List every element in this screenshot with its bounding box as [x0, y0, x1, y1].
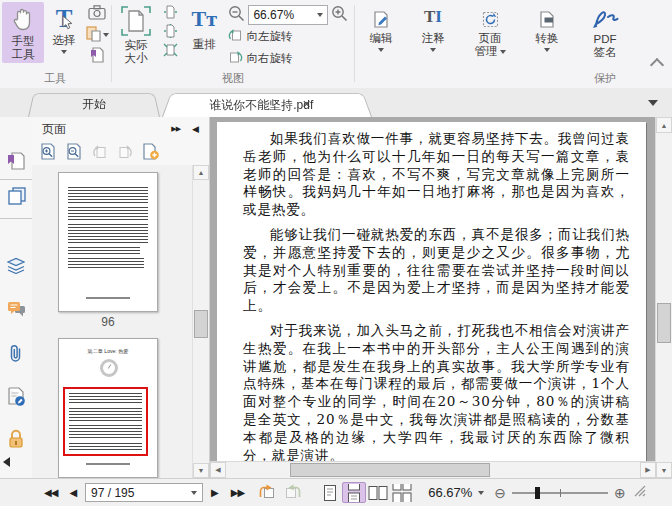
page-management-button[interactable]: 页面 管理 [460, 2, 520, 60]
previous-view-button[interactable] [258, 484, 275, 502]
thumbnail-page-96[interactable] [58, 172, 158, 312]
document-horizontal-scrollbar[interactable]: ◀ ▶ [210, 461, 656, 478]
reflow-button[interactable]: Tт 重排 [182, 2, 226, 53]
continuous-view-button[interactable] [342, 482, 366, 503]
page-management-icon [482, 6, 499, 32]
ribbon-zoom-value: 66.67% [253, 8, 317, 22]
edit-button[interactable]: 编辑 [356, 2, 406, 54]
tab-document[interactable]: 谁说你不能坚持.pdf × [162, 91, 372, 117]
thumbnail-page-97[interactable]: 第二章 Love: 热爱 [58, 338, 158, 478]
rotate-right-icon [228, 50, 243, 67]
vertical-scrollbar-thumb[interactable] [657, 303, 671, 343]
rotate-left-button[interactable]: 向左旋转 [228, 26, 353, 47]
bookmark-page-button[interactable] [84, 46, 110, 66]
attachments-panel-icon[interactable] [0, 343, 32, 364]
page-number-combo[interactable]: 97 / 195 [85, 483, 203, 502]
scroll-down-button[interactable]: ▼ [193, 463, 209, 478]
pdf-page[interactable]: 如果我们喜欢做一件事，就更容易坚持下去。我曾问过袁岳老师，他为什么可以十几年如一… [217, 122, 646, 462]
first-page-button[interactable]: ◀◀ [44, 488, 57, 498]
hand-tool-label: 手型 [11, 35, 34, 48]
view-group-label: 视图 [113, 71, 353, 88]
pages-panel-title: 页面 [42, 121, 66, 138]
next-page-button[interactable]: ▶ [211, 488, 219, 498]
rotate-right-button[interactable]: 向右旋转 [228, 48, 353, 69]
ribbon-separator [354, 5, 355, 82]
pages-panel-icon[interactable] [0, 187, 32, 205]
panel-collapse-icon[interactable]: ◀ [192, 124, 199, 134]
rotate-page-left-icon[interactable] [92, 144, 108, 162]
zoom-caret-icon[interactable] [478, 491, 484, 495]
dropdown-caret-icon [378, 48, 384, 52]
bookmarks-panel-icon[interactable] [0, 152, 32, 170]
comments-panel-icon[interactable] [0, 301, 32, 318]
dropdown-caret-icon [430, 48, 436, 52]
scroll-up-button[interactable]: ▲ [193, 165, 209, 180]
fit-visible-icon [163, 43, 178, 60]
bookmark-page-icon [90, 47, 104, 66]
ribbon-zoom-combo[interactable]: 66.67% [248, 5, 328, 25]
pdf-sign-button[interactable]: PDF 签名 [574, 2, 636, 61]
facing-view-button[interactable] [366, 482, 390, 503]
tab-list-caret-icon[interactable] [648, 100, 658, 106]
ribbon-collapse-icon[interactable] [650, 58, 664, 72]
pages-panel: 页面 ▶▶ ◀ [32, 117, 210, 478]
resize-grip-icon[interactable] [634, 485, 646, 500]
fit-width-icon [163, 5, 178, 22]
navigation-strip [0, 117, 33, 478]
actual-size-button[interactable]: 实际 大小 [113, 2, 159, 67]
continuous-facing-view-button[interactable] [390, 482, 414, 503]
paragraph: 如果我们喜欢做一件事，就更容易坚持下去。我曾问过袁岳老师，他为什么可以十几年如一… [243, 130, 630, 219]
scroll-left-button[interactable]: ◀ [210, 462, 226, 478]
single-page-view-button[interactable] [318, 482, 342, 503]
protect-group-label: 保护 [356, 71, 636, 88]
signatures-panel-icon[interactable] [0, 387, 32, 406]
tab-start[interactable]: 开始 [28, 91, 160, 117]
zoom-in-button[interactable]: ⊕ [614, 486, 626, 500]
current-view-indicator[interactable] [63, 387, 148, 456]
add-page-icon[interactable] [142, 143, 160, 163]
ribbon-group-tools: 手型 工具 T 选择 [0, 0, 110, 88]
fit-width-button[interactable] [162, 4, 180, 22]
close-tab-icon[interactable]: × [303, 96, 311, 112]
pdf-sign-pen-icon [590, 6, 620, 33]
horizontal-scrollbar-thumb[interactable] [290, 463, 490, 477]
scroll-up-button[interactable]: ▲ [656, 117, 672, 133]
dropdown-caret-icon [103, 33, 109, 37]
select-tool-button[interactable]: T 选择 [44, 2, 84, 56]
zoom-slider-thumb[interactable] [535, 487, 540, 499]
zoom-out-magnifier-icon[interactable] [228, 5, 245, 25]
convert-button[interactable]: 转换 [523, 2, 571, 54]
thumbnail-zoom-out-icon[interactable] [66, 143, 83, 163]
scroll-right-button[interactable]: ▶ [640, 462, 656, 478]
previous-page-button[interactable]: ◀ [69, 488, 77, 498]
ribbon-toolbar: 手型 工具 T 选择 [0, 0, 672, 89]
panel-scrollbar[interactable]: ▲ ▼ [192, 165, 209, 478]
layers-panel-icon[interactable] [0, 257, 32, 274]
clock-graphic [100, 359, 118, 377]
last-page-button[interactable]: ▶▶ [231, 488, 244, 498]
actual-size-icon [121, 6, 151, 39]
zoom-slider[interactable] [512, 487, 608, 499]
comment-typewriter-icon: TI [424, 6, 442, 32]
zoom-out-button[interactable]: ⊖ [494, 486, 506, 500]
security-panel-icon[interactable] [0, 429, 32, 449]
thumbnail-zoom-in-icon[interactable] [40, 143, 57, 163]
paragraph: 对于我来说，加入头马之前，打死我也不相信会对演讲产生热爱。在我上一本书中的开头部… [243, 322, 630, 462]
panel-collapse-arrow-icon[interactable] [3, 457, 10, 467]
clipboard-button[interactable] [84, 25, 110, 45]
rotate-page-right-icon[interactable] [117, 144, 133, 162]
hand-tool-button[interactable]: 手型 工具 [2, 2, 44, 63]
fit-visible-button[interactable] [162, 42, 180, 60]
comment-button[interactable]: TI 注释 [409, 2, 457, 54]
panel-scrollbar-thumb[interactable] [194, 310, 208, 338]
scroll-down-button[interactable]: ▼ [656, 462, 672, 478]
thumbnail-96-label: 96 [58, 315, 158, 329]
status-zoom-value: 66.67% [428, 485, 472, 500]
document-vertical-scrollbar[interactable]: ▲ [655, 117, 672, 462]
ribbon-group-edit: 编辑 TI 注释 页面 管理 [356, 0, 636, 88]
fit-page-button[interactable] [162, 23, 180, 41]
next-view-button[interactable] [285, 484, 302, 502]
zoom-in-magnifier-icon[interactable] [331, 5, 348, 25]
panel-expand-icon[interactable]: ▶▶ [171, 125, 180, 133]
snapshot-button[interactable] [84, 4, 110, 24]
